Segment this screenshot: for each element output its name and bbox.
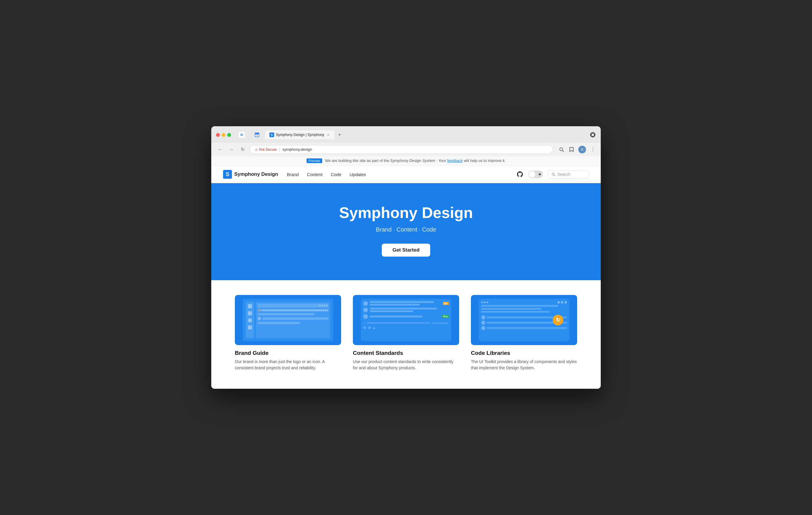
chat-avatar-3 bbox=[363, 314, 368, 319]
security-indicator: ⚠ Not Secure bbox=[255, 148, 277, 152]
content-chat-mock: ipo bbox=[361, 299, 451, 341]
security-label: Not Secure bbox=[259, 148, 277, 152]
mock-search-icon bbox=[248, 311, 252, 315]
theme-toggle[interactable]: ☀ bbox=[528, 171, 543, 178]
code-dot-2 bbox=[484, 301, 486, 303]
chat-lines-3 bbox=[370, 315, 440, 317]
chat-icons-row bbox=[363, 326, 449, 329]
tab-label: Symphony Design | Symphony bbox=[276, 133, 324, 137]
code-libraries-card: ↻ Code Libraries The UI Toolkit provides… bbox=[471, 295, 577, 371]
code-libraries-description: The UI Toolkit provides a library of com… bbox=[471, 359, 577, 371]
new-tab-button[interactable]: + bbox=[336, 131, 344, 139]
nav-right: ☀ Search bbox=[516, 170, 589, 178]
tab-calendar[interactable]: 3 bbox=[250, 130, 264, 140]
menu-button[interactable] bbox=[589, 131, 596, 138]
profile-icon[interactable]: A bbox=[578, 146, 586, 153]
code-dot-1 bbox=[481, 301, 483, 303]
search-placeholder: Search bbox=[557, 172, 570, 177]
code-libraries-image: ↻ bbox=[471, 295, 577, 345]
search-box[interactable]: Search bbox=[548, 170, 589, 178]
address-text: symphony.design bbox=[282, 147, 312, 152]
mock-user-icon bbox=[248, 318, 252, 323]
theme-sun-icon: ☀ bbox=[538, 172, 542, 177]
chat-lines-2 bbox=[370, 308, 449, 312]
preview-feedback-link[interactable]: feedback bbox=[447, 158, 463, 163]
maximize-button[interactable] bbox=[227, 133, 231, 137]
code-window-dots bbox=[481, 301, 488, 303]
mock-main-panel: All ★ bbox=[256, 302, 330, 339]
tab-symphony[interactable]: S Symphony Design | Symphony ✕ bbox=[265, 130, 334, 139]
logo-text: Symphony Design bbox=[234, 171, 278, 177]
browser-window: M 3 S Symphony Design | Symphony bbox=[211, 126, 601, 389]
mock-row-2 bbox=[258, 322, 300, 324]
svg-marker-8 bbox=[570, 148, 573, 152]
forward-button[interactable]: → bbox=[227, 145, 235, 154]
brand-guide-card: All ★ bbox=[235, 295, 341, 371]
preview-text-before: We are building this site as part of the bbox=[325, 158, 390, 163]
gmail-favicon: M bbox=[239, 132, 244, 138]
close-button[interactable] bbox=[216, 133, 220, 137]
refresh-button[interactable]: ↻ bbox=[238, 145, 247, 154]
brand-guide-description: Our brand is more than just the logo or … bbox=[235, 359, 341, 371]
browser-toolbar: A ⋮ bbox=[558, 146, 596, 153]
code-circle-icon: ↻ bbox=[553, 315, 563, 325]
svg-point-9 bbox=[552, 173, 554, 175]
chat-avatar-1 bbox=[363, 301, 368, 306]
github-icon[interactable] bbox=[516, 171, 523, 178]
chat-avatar-2 bbox=[363, 308, 368, 312]
hero-section: Symphony Design Brand · Content · Code G… bbox=[211, 183, 601, 280]
chat-row-3: Buy bbox=[363, 314, 449, 319]
chat-row-1: ipo bbox=[363, 301, 449, 306]
nav-link-content[interactable]: Content bbox=[307, 172, 322, 177]
more-options-icon[interactable]: ⋮ bbox=[589, 146, 596, 153]
nav-link-updates[interactable]: Updates bbox=[350, 172, 366, 177]
preview-text-middle: · Your bbox=[436, 158, 447, 163]
minimize-button[interactable] bbox=[222, 133, 225, 137]
site-navigation: S Symphony Design Brand Content Code Upd… bbox=[211, 166, 601, 183]
code-libraries-title: Code Libraries bbox=[471, 350, 577, 356]
content-standards-card: ipo bbox=[353, 295, 459, 371]
site-logo[interactable]: S Symphony Design bbox=[223, 170, 278, 179]
address-bar[interactable]: ⚠ Not Secure | symphony.design bbox=[250, 145, 553, 154]
traffic-lights bbox=[216, 133, 231, 137]
mock-sidebar bbox=[246, 302, 254, 339]
mock-user-row bbox=[258, 317, 328, 320]
chat-lines-1 bbox=[370, 301, 441, 306]
mock-bell-icon bbox=[248, 325, 252, 330]
cards-section: All ★ bbox=[211, 280, 601, 389]
content-standards-image: ipo bbox=[353, 295, 459, 345]
nav-link-brand[interactable]: Brand bbox=[287, 172, 299, 177]
nav-link-code[interactable]: Code bbox=[331, 172, 341, 177]
bookmark-icon[interactable] bbox=[568, 146, 575, 153]
title-bar: M 3 S Symphony Design | Symphony bbox=[211, 126, 601, 143]
search-icon[interactable] bbox=[558, 146, 565, 153]
search-input-icon bbox=[551, 172, 556, 176]
code-right-icons bbox=[557, 301, 567, 304]
brand-ui-mock: All ★ bbox=[243, 299, 333, 341]
code-dot-3 bbox=[487, 301, 488, 303]
warning-icon: ⚠ bbox=[255, 148, 258, 152]
chat-row-2 bbox=[363, 308, 449, 312]
back-button[interactable]: ← bbox=[216, 145, 224, 154]
content-standards-description: Use our product content standards to wri… bbox=[353, 359, 459, 371]
svg-point-5 bbox=[591, 133, 594, 136]
website-content: Preview We are building this site as par… bbox=[211, 156, 601, 389]
mock-row-1 bbox=[258, 313, 314, 315]
svg-line-7 bbox=[562, 150, 563, 152]
code-header bbox=[481, 301, 567, 304]
browser-controls: ← → ↻ ⚠ Not Secure | symphony.design bbox=[211, 143, 601, 156]
logo-icon: S bbox=[223, 170, 232, 179]
chat-input-row: T Very interesting! bbox=[363, 322, 449, 325]
code-ui-mock: ↻ bbox=[479, 299, 569, 341]
symphony-favicon: S bbox=[269, 132, 274, 137]
code-lines bbox=[481, 305, 567, 313]
tab-gmail[interactable]: M bbox=[235, 130, 249, 140]
svg-line-10 bbox=[554, 175, 555, 176]
brand-guide-title: Brand Guide bbox=[235, 350, 341, 356]
tab-close-button[interactable]: ✕ bbox=[326, 133, 330, 137]
hero-title: Symphony Design bbox=[223, 204, 589, 221]
get-started-button[interactable]: Get Started bbox=[382, 244, 430, 256]
hero-subtitle: Brand · Content · Code bbox=[223, 226, 589, 233]
main-nav: Brand Content Code Updates bbox=[287, 172, 516, 177]
mock-header: All bbox=[258, 304, 328, 308]
